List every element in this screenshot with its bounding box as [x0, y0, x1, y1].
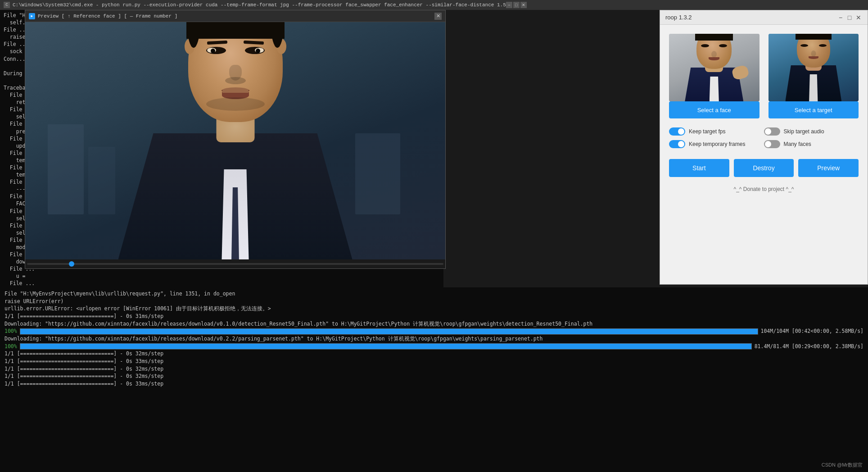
close-button[interactable]: ✕: [520, 2, 527, 8]
downloading-label2: Downloading: "https://github.com/xinntao…: [5, 335, 863, 343]
title-bar-text: C:\Windows\System32\cmd.exe - python run…: [13, 2, 506, 8]
title-bar: C C:\Windows\System32\cmd.exe - python r…: [0, 0, 868, 10]
progress-text-1: 104M/104M [00:42<00:00, 2.58MB/s]: [761, 327, 863, 335]
preview-slider[interactable]: [25, 259, 445, 268]
roop-window: roop 1.3.2 − □ ✕: [660, 10, 868, 285]
skip-audio-toggle[interactable]: [764, 127, 780, 136]
skip-audio-toggle-group: Skip target audio: [764, 127, 859, 136]
step-lines: 1/1 [==============================] - 0…: [5, 350, 863, 387]
select-face-button[interactable]: Select a face: [669, 101, 760, 118]
preview-titlebar: ▶ Preview [ ↑ Reference face ] [ — Frame…: [25, 10, 445, 22]
step-line: 1/1 [==============================] - 0…: [5, 365, 863, 373]
start-button[interactable]: Start: [669, 159, 729, 177]
progress-fill-2: [20, 343, 752, 349]
target-photo-column: Select a target: [769, 34, 859, 121]
preview-button[interactable]: Preview: [798, 159, 859, 177]
source-photo-box: [669, 34, 760, 101]
maximize-button[interactable]: □: [513, 2, 520, 8]
photos-row: Select a face: [669, 34, 859, 121]
slider-thumb: [69, 261, 74, 267]
skip-audio-label: Skip target audio: [784, 128, 824, 135]
donate-row: ^_^ Donate to project ^_^: [669, 186, 859, 193]
preview-title: Preview [ ↑ Reference face ] [ — Frame n…: [38, 14, 432, 19]
roop-body: Select a face: [660, 25, 868, 197]
person-photo: [25, 22, 445, 259]
error-line2: raise URLError(err): [5, 298, 863, 305]
progress-bar-2: 100% 81.4M/81.4M [00:29<00:00, 2.38MB/s]: [5, 343, 863, 350]
progress-bar-1: 100% 104M/104M [00:42<00:00, 2.58MB/s]: [5, 327, 863, 335]
step-line: 1/1 [==============================] - 0…: [5, 350, 863, 358]
toggle-row-frames: Keep temporary frames Many faces: [669, 140, 859, 148]
downloading-label1: Downloading: "https://github.com/xinntao…: [5, 320, 863, 328]
watermark: CSDN @Mr数据官: [822, 462, 863, 468]
error-line1: File "H:\MyEnvsProject\myenv\lib\urllib\…: [5, 290, 863, 298]
action-buttons-row: Start Destroy Preview: [669, 159, 859, 177]
minimize-button[interactable]: −: [506, 2, 512, 8]
source-photo-column: Select a face: [669, 34, 760, 121]
toggles-section: Keep target fps Skip target audio Keep t…: [669, 127, 859, 159]
roop-minimize-button[interactable]: −: [837, 14, 844, 21]
keep-fps-toggle[interactable]: [669, 127, 685, 136]
keep-fps-toggle-group: Keep target fps: [669, 127, 764, 136]
toggle-row-fps: Keep target fps Skip target audio: [669, 127, 859, 136]
donate-text: ^_^ Donate to project ^_^: [734, 186, 794, 192]
preview-close-button[interactable]: ✕: [434, 13, 442, 20]
keep-frames-label: Keep temporary frames: [689, 141, 745, 147]
step-line: 1/1 [==============================] - 0…: [5, 372, 863, 380]
cmd-icon: C: [4, 2, 10, 8]
select-target-button[interactable]: Select a target: [769, 101, 859, 118]
error-line3: urllib.error.URLError: <urlopen error [W…: [5, 305, 863, 313]
roop-close-button[interactable]: ✕: [855, 14, 862, 21]
preview-app-icon: ▶: [29, 13, 35, 19]
many-faces-label: Many faces: [784, 141, 811, 147]
cmd-line: File ...: [4, 280, 440, 287]
many-faces-toggle[interactable]: [764, 140, 780, 148]
keep-frames-toggle-group: Keep temporary frames: [669, 140, 764, 148]
progress-text-2: 81.4M/81.4M [00:29<00:00, 2.38MB/s]: [755, 343, 863, 350]
roop-titlebar: roop 1.3.2 − □ ✕: [660, 10, 868, 25]
cmd-line: u =: [4, 272, 440, 280]
download-line1: 1/1 [==============================] - 0…: [5, 313, 863, 320]
progress-fill-1: [20, 328, 758, 335]
step-line: 1/1 [==============================] - 0…: [5, 358, 863, 365]
roop-title: roop 1.3.2: [665, 14, 835, 21]
preview-window: ▶ Preview [ ↑ Reference face ] [ — Frame…: [25, 10, 446, 269]
target-photo-box: [769, 34, 859, 101]
keep-fps-label: Keep target fps: [689, 128, 725, 135]
step-line: 1/1 [==============================] - 0…: [5, 380, 863, 388]
roop-maximize-button[interactable]: □: [846, 14, 853, 21]
keep-frames-toggle[interactable]: [669, 140, 685, 148]
destroy-button[interactable]: Destroy: [734, 159, 794, 177]
title-bar-controls: − □ ✕: [506, 2, 527, 8]
bottom-terminal: File "H:\MyEnvsProject\myenv\lib\urllib\…: [0, 287, 868, 472]
many-faces-toggle-group: Many faces: [764, 140, 859, 148]
preview-image-area: [25, 22, 445, 259]
slider-track: [27, 263, 443, 265]
